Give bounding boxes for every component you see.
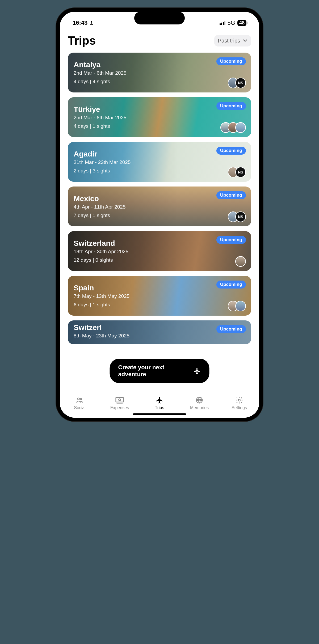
- svg-point-5: [196, 397, 203, 403]
- avatar: NS: [235, 167, 246, 177]
- trip-dates: 2nd Mar - 6th Mar 2025: [74, 70, 245, 76]
- tab-trips[interactable]: Trips: [144, 396, 175, 410]
- tab-social[interactable]: Social: [64, 396, 96, 410]
- social-icon: [75, 396, 85, 404]
- trip-card-agadir[interactable]: Agadir 21th Mar - 23th Mar 2025 2 days |…: [68, 142, 251, 182]
- home-indicator[interactable]: [133, 413, 186, 415]
- trip-meta: 12 days | 0 sights: [74, 257, 245, 263]
- trip-dates: 7th May - 13th May 2025: [74, 293, 245, 299]
- memories-icon: [195, 396, 204, 404]
- trip-meta: 7 days | 1 sights: [74, 213, 245, 218]
- trip-dates: 8th May - 23th May 2025: [74, 333, 245, 339]
- trip-card-antalya[interactable]: Antalya 2nd Mar - 6th Mar 2025 4 days | …: [68, 53, 251, 92]
- status-left: 16:43: [73, 19, 94, 26]
- avatar: [235, 301, 246, 311]
- plane-icon: [194, 367, 201, 375]
- status-badge: Upcoming: [216, 102, 246, 110]
- fab-label: Create your next adventure: [118, 364, 189, 378]
- trip-meta: 2 days | 3 sights: [74, 168, 245, 174]
- trip-dates: 21th Mar - 23th Mar 2025: [74, 159, 245, 165]
- trip-meta: 6 days | 1 sights: [74, 302, 245, 308]
- trip-avatars: NS: [231, 167, 246, 177]
- filter-label: Past trips: [218, 38, 240, 44]
- status-badge: Upcoming: [216, 57, 246, 65]
- avatar: [235, 122, 246, 133]
- status-badge: Upcoming: [216, 191, 246, 199]
- signal-icon: [220, 21, 225, 25]
- tab-label: Memories: [190, 405, 209, 410]
- status-badge: Upcoming: [216, 281, 246, 289]
- trips-icon: [155, 396, 164, 404]
- trip-card-switzerland-2[interactable]: Switzerl 8th May - 23th May 2025 Upcomin…: [68, 320, 251, 344]
- trip-card-switzerland[interactable]: Switzerland 18th Apr - 30th Apr 2025 12 …: [68, 231, 251, 271]
- status-time: 16:43: [73, 19, 87, 26]
- svg-point-0: [91, 21, 92, 23]
- filter-dropdown[interactable]: Past trips: [214, 35, 251, 46]
- tab-settings[interactable]: Settings: [223, 396, 255, 410]
- status-badge: Upcoming: [216, 325, 246, 333]
- status-right: 5G 48: [220, 19, 246, 26]
- trip-dates: 18th Apr - 30th Apr 2025: [74, 249, 245, 255]
- trip-avatars: NS: [231, 211, 246, 222]
- tab-label: Trips: [155, 405, 164, 410]
- avatar: NS: [235, 211, 246, 222]
- expenses-icon: [115, 396, 124, 404]
- gear-icon: [234, 396, 244, 404]
- screen: 16:43 5G 48 Trips Past trips: [60, 12, 259, 418]
- tab-label: Social: [74, 405, 86, 410]
- trip-dates: 4th Apr - 11th Apr 2025: [74, 204, 245, 210]
- avatar: [235, 256, 246, 267]
- svg-rect-3: [116, 397, 123, 402]
- battery-icon: 48: [237, 20, 246, 26]
- profile-icon: [89, 20, 94, 25]
- phone-frame: 16:43 5G 48 Trips Past trips: [56, 8, 263, 421]
- page-title: Trips: [68, 34, 96, 47]
- trip-card-turkiye[interactable]: Türkiye 2nd Mar - 6th Mar 2025 4 days | …: [68, 97, 251, 137]
- svg-point-1: [78, 398, 79, 400]
- status-badge: Upcoming: [216, 147, 246, 155]
- svg-point-4: [119, 399, 120, 401]
- status-badge: Upcoming: [216, 236, 246, 244]
- trip-meta: 4 days | 1 sights: [74, 123, 245, 129]
- trip-card-spain[interactable]: Spain 7th May - 13th May 2025 6 days | 1…: [68, 276, 251, 316]
- svg-point-2: [80, 399, 82, 400]
- chevron-down-icon: [243, 39, 247, 42]
- trips-list[interactable]: Antalya 2nd Mar - 6th Mar 2025 4 days | …: [60, 53, 259, 392]
- tab-label: Expenses: [110, 405, 129, 410]
- page-header: Trips Past trips: [60, 30, 259, 53]
- trip-avatars: [238, 256, 246, 267]
- tab-label: Settings: [232, 405, 247, 410]
- notch: [134, 12, 185, 24]
- avatar: NS: [235, 78, 246, 88]
- trip-meta: 4 days | 4 sights: [74, 79, 245, 84]
- create-trip-button[interactable]: Create your next adventure: [110, 359, 209, 383]
- trip-avatars: [224, 122, 246, 133]
- trip-card-mexico[interactable]: Mexico 4th Apr - 11th Apr 2025 7 days | …: [68, 187, 251, 226]
- trip-dates: 2nd Mar - 6th Mar 2025: [74, 115, 245, 121]
- trip-avatars: [231, 301, 246, 311]
- network-label: 5G: [228, 19, 235, 26]
- tab-memories[interactable]: Memories: [183, 396, 215, 410]
- svg-point-6: [238, 399, 240, 401]
- trip-avatars: NS: [231, 78, 246, 88]
- tab-expenses[interactable]: Expenses: [104, 396, 136, 410]
